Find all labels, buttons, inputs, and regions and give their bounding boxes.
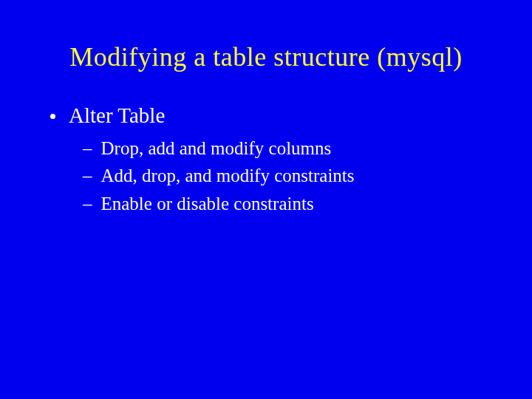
slide-content: Alter Table – Drop, add and modify colum… xyxy=(0,102,532,216)
sub-list: – Drop, add and modify columns – Add, dr… xyxy=(50,136,502,216)
slide-container: Modifying a table structure (mysql) Alte… xyxy=(0,0,532,399)
bullet-icon xyxy=(50,114,55,119)
list-item: Alter Table xyxy=(50,102,502,130)
sub-text-1: Drop, add and modify columns xyxy=(101,136,332,161)
dash-icon: – xyxy=(83,136,92,161)
dash-icon: – xyxy=(83,163,92,188)
list-item: – Drop, add and modify columns xyxy=(83,136,502,161)
list-item: – Enable or disable constraints xyxy=(83,191,502,216)
list-item: – Add, drop, and modify constraints xyxy=(83,163,502,188)
sub-text-2: Add, drop, and modify constraints xyxy=(101,163,355,188)
dash-icon: – xyxy=(83,191,92,216)
slide-title: Modifying a table structure (mysql) xyxy=(0,0,532,102)
sub-text-3: Enable or disable constraints xyxy=(101,191,314,216)
bullet-text-main: Alter Table xyxy=(69,102,165,130)
